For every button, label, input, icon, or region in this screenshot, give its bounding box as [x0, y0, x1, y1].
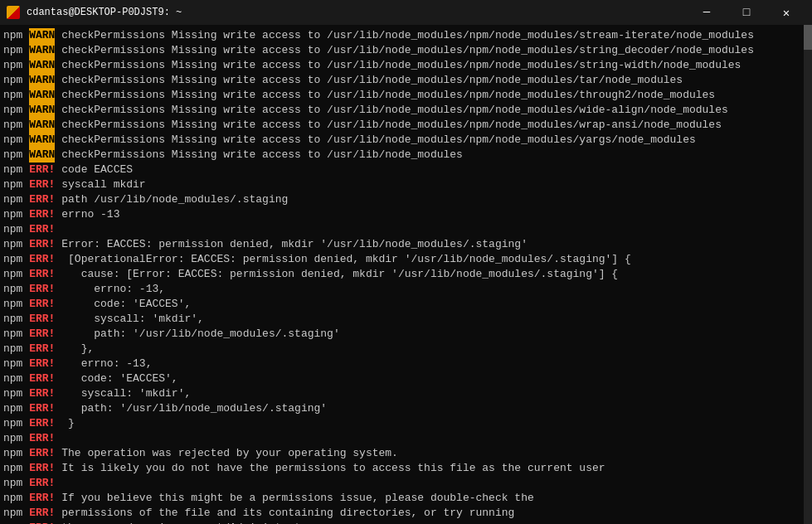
terminal-line: npm ERR! code: 'EACCES',	[3, 297, 809, 312]
terminal-line: npm WARN checkPermissions Missing write …	[3, 148, 809, 163]
window-controls: ─ □ ✕	[688, 0, 805, 25]
terminal-line: npm ERR! },	[3, 342, 809, 357]
terminal-output: npm WARN checkPermissions Missing write …	[0, 25, 812, 524]
terminal-line: npm ERR! code EACCES	[3, 163, 809, 177]
terminal-line: npm WARN checkPermissions Missing write …	[3, 103, 809, 118]
terminal-line: npm ERR! [OperationalError: EACCES: perm…	[3, 252, 809, 267]
terminal-line: npm WARN checkPermissions Missing write …	[3, 118, 809, 133]
title-bar: cdantas@DESKTOP-P0DJST9: ~ ─ □ ✕	[0, 0, 812, 25]
terminal-line: npm ERR! The operation was rejected by y…	[3, 446, 809, 461]
terminal-line: npm ERR! }	[3, 416, 809, 431]
terminal-line: npm ERR! errno: -13,	[3, 282, 809, 297]
terminal-line: npm ERR! path: '/usr/lib/node_modules/.s…	[3, 401, 809, 416]
terminal-line: npm WARN checkPermissions Missing write …	[3, 28, 809, 43]
terminal-line: npm ERR! path: '/usr/lib/node_modules/.s…	[3, 327, 809, 342]
terminal-line: npm ERR!	[3, 431, 809, 446]
terminal-line: npm ERR! permissions of the file and its…	[3, 506, 809, 521]
terminal-line: npm ERR!	[3, 476, 809, 491]
close-button[interactable]: ✕	[767, 0, 805, 25]
terminal-line: npm ERR! syscall: 'mkdir',	[3, 312, 809, 327]
terminal-line: npm ERR! It is likely you do not have th…	[3, 461, 809, 476]
scrollbar-thumb[interactable]	[804, 25, 812, 50]
terminal-line: npm WARN checkPermissions Missing write …	[3, 43, 809, 58]
minimize-button[interactable]: ─	[688, 0, 726, 25]
terminal-line: npm ERR! Error: EACCES: permission denie…	[3, 237, 809, 252]
terminal-line: npm ERR! syscall mkdir	[3, 177, 809, 192]
terminal-line: npm WARN checkPermissions Missing write …	[3, 58, 809, 73]
terminal-line: npm ERR! cause: [Error: EACCES: permissi…	[3, 267, 809, 282]
terminal-line: npm ERR! syscall: 'mkdir',	[3, 386, 809, 401]
terminal-line: npm ERR!	[3, 222, 809, 237]
terminal-line: npm WARN checkPermissions Missing write …	[3, 73, 809, 88]
terminal-line: npm WARN checkPermissions Missing write …	[3, 88, 809, 103]
window-title: cdantas@DESKTOP-P0DJST9: ~	[27, 7, 688, 18]
scrollbar[interactable]	[804, 25, 812, 524]
terminal-icon	[7, 6, 20, 19]
terminal-line: npm ERR! errno -13	[3, 207, 809, 222]
terminal-line: npm ERR! the command again as root/Admin…	[3, 521, 809, 524]
terminal-line: npm ERR! code: 'EACCES',	[3, 371, 809, 386]
terminal-line: npm ERR! If you believe this might be a …	[3, 491, 809, 506]
maximize-button[interactable]: □	[727, 0, 766, 25]
terminal-line: npm WARN checkPermissions Missing write …	[3, 133, 809, 148]
terminal-line: npm ERR! path /usr/lib/node_modules/.sta…	[3, 192, 809, 207]
terminal-lines: npm WARN checkPermissions Missing write …	[3, 28, 809, 524]
terminal-line: npm ERR! errno: -13,	[3, 357, 809, 371]
